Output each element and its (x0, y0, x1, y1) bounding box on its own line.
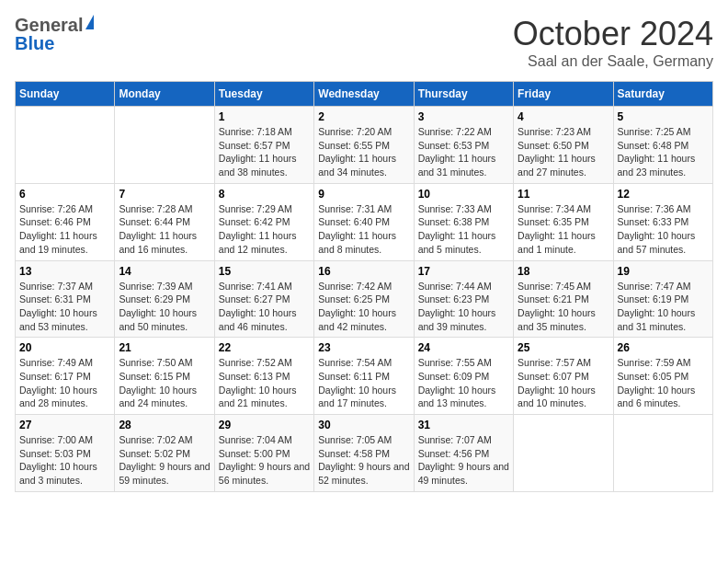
calendar-cell: 20Sunrise: 7:49 AM Sunset: 6:17 PM Dayli… (16, 338, 115, 415)
day-number: 14 (119, 265, 210, 278)
calendar-cell: 11Sunrise: 7:34 AM Sunset: 6:35 PM Dayli… (514, 183, 613, 260)
calendar-cell: 4Sunrise: 7:23 AM Sunset: 6:50 PM Daylig… (514, 107, 613, 184)
day-number: 9 (318, 188, 409, 201)
day-number: 12 (618, 188, 709, 201)
day-info: Sunrise: 7:33 AM Sunset: 6:38 PM Dayligh… (418, 202, 509, 257)
day-number: 10 (418, 188, 509, 201)
calendar-cell (16, 107, 115, 184)
calendar-cell: 13Sunrise: 7:37 AM Sunset: 6:31 PM Dayli… (16, 260, 115, 338)
day-info: Sunrise: 7:34 AM Sunset: 6:35 PM Dayligh… (518, 202, 609, 257)
calendar-week-row: 27Sunrise: 7:00 AM Sunset: 5:03 PM Dayli… (16, 415, 713, 492)
calendar-cell: 2Sunrise: 7:20 AM Sunset: 6:55 PM Daylig… (314, 107, 414, 184)
page-subtitle: Saal an der Saale, Germany (513, 53, 713, 70)
day-info: Sunrise: 7:20 AM Sunset: 6:55 PM Dayligh… (318, 125, 409, 179)
calendar-cell: 12Sunrise: 7:36 AM Sunset: 6:33 PM Dayli… (613, 183, 712, 260)
day-info: Sunrise: 7:02 AM Sunset: 5:02 PM Dayligh… (119, 433, 210, 488)
title-block: October 2024 Saal an der Saale, Germany (513, 15, 713, 70)
day-number: 6 (19, 188, 110, 201)
day-info: Sunrise: 7:05 AM Sunset: 4:58 PM Dayligh… (318, 433, 409, 488)
calendar-cell: 19Sunrise: 7:47 AM Sunset: 6:19 PM Dayli… (613, 260, 712, 338)
day-info: Sunrise: 7:36 AM Sunset: 6:33 PM Dayligh… (618, 202, 709, 257)
day-info: Sunrise: 7:07 AM Sunset: 4:56 PM Dayligh… (418, 433, 509, 488)
day-info: Sunrise: 7:57 AM Sunset: 6:07 PM Dayligh… (518, 356, 609, 410)
day-number: 4 (518, 110, 609, 123)
day-number: 15 (219, 265, 310, 278)
day-number: 21 (119, 341, 210, 354)
calendar-cell: 9Sunrise: 7:31 AM Sunset: 6:40 PM Daylig… (314, 183, 414, 260)
day-number: 11 (518, 188, 609, 201)
day-number: 23 (318, 341, 409, 354)
calendar-cell: 18Sunrise: 7:45 AM Sunset: 6:21 PM Dayli… (514, 260, 613, 338)
day-number: 22 (219, 341, 310, 354)
header-tuesday: Tuesday (214, 82, 313, 107)
calendar-cell: 8Sunrise: 7:29 AM Sunset: 6:42 PM Daylig… (214, 183, 313, 260)
calendar-cell: 23Sunrise: 7:54 AM Sunset: 6:11 PM Dayli… (314, 338, 414, 415)
day-info: Sunrise: 7:50 AM Sunset: 6:15 PM Dayligh… (119, 356, 210, 410)
day-info: Sunrise: 7:37 AM Sunset: 6:31 PM Dayligh… (19, 280, 110, 334)
day-info: Sunrise: 7:22 AM Sunset: 6:53 PM Dayligh… (418, 125, 509, 179)
day-info: Sunrise: 7:00 AM Sunset: 5:03 PM Dayligh… (19, 433, 110, 488)
day-number: 18 (518, 265, 609, 278)
day-info: Sunrise: 7:23 AM Sunset: 6:50 PM Dayligh… (518, 125, 609, 179)
day-info: Sunrise: 7:54 AM Sunset: 6:11 PM Dayligh… (318, 356, 409, 410)
calendar-header-row: SundayMondayTuesdayWednesdayThursdayFrid… (16, 82, 713, 107)
logo-general: General (15, 15, 83, 35)
calendar-cell: 10Sunrise: 7:33 AM Sunset: 6:38 PM Dayli… (414, 183, 513, 260)
day-number: 29 (219, 419, 310, 431)
day-info: Sunrise: 7:28 AM Sunset: 6:44 PM Dayligh… (119, 202, 210, 257)
header-thursday: Thursday (414, 82, 513, 107)
calendar-cell: 5Sunrise: 7:25 AM Sunset: 6:48 PM Daylig… (613, 107, 712, 184)
day-info: Sunrise: 7:45 AM Sunset: 6:21 PM Dayligh… (518, 280, 609, 334)
day-number: 8 (219, 188, 310, 201)
day-info: Sunrise: 7:47 AM Sunset: 6:19 PM Dayligh… (618, 280, 709, 334)
day-number: 16 (318, 265, 409, 278)
day-info: Sunrise: 7:31 AM Sunset: 6:40 PM Dayligh… (318, 202, 409, 257)
calendar-cell: 21Sunrise: 7:50 AM Sunset: 6:15 PM Dayli… (115, 338, 214, 415)
header-wednesday: Wednesday (314, 82, 414, 107)
day-number: 24 (418, 341, 509, 354)
calendar-week-row: 13Sunrise: 7:37 AM Sunset: 6:31 PM Dayli… (16, 260, 713, 338)
day-number: 25 (518, 341, 609, 354)
day-number: 26 (618, 341, 709, 354)
day-number: 13 (19, 265, 110, 278)
logo: General Blue (15, 15, 94, 53)
header-sunday: Sunday (16, 82, 115, 107)
calendar-cell (115, 107, 214, 184)
calendar-cell: 25Sunrise: 7:57 AM Sunset: 6:07 PM Dayli… (514, 338, 613, 415)
calendar-cell: 31Sunrise: 7:07 AM Sunset: 4:56 PM Dayli… (414, 415, 513, 492)
day-info: Sunrise: 7:04 AM Sunset: 5:00 PM Dayligh… (219, 433, 310, 488)
day-number: 19 (618, 265, 709, 278)
day-info: Sunrise: 7:25 AM Sunset: 6:48 PM Dayligh… (618, 125, 709, 179)
calendar-cell: 14Sunrise: 7:39 AM Sunset: 6:29 PM Dayli… (115, 260, 214, 338)
day-info: Sunrise: 7:44 AM Sunset: 6:23 PM Dayligh… (418, 280, 509, 334)
day-info: Sunrise: 7:52 AM Sunset: 6:13 PM Dayligh… (219, 356, 310, 410)
calendar-cell: 16Sunrise: 7:42 AM Sunset: 6:25 PM Dayli… (314, 260, 414, 338)
day-number: 30 (318, 419, 409, 431)
calendar-week-row: 1Sunrise: 7:18 AM Sunset: 6:57 PM Daylig… (16, 107, 713, 184)
calendar-cell: 15Sunrise: 7:41 AM Sunset: 6:27 PM Dayli… (214, 260, 313, 338)
calendar-cell: 29Sunrise: 7:04 AM Sunset: 5:00 PM Dayli… (214, 415, 313, 492)
calendar-cell (613, 415, 712, 492)
day-info: Sunrise: 7:39 AM Sunset: 6:29 PM Dayligh… (119, 280, 210, 334)
calendar-week-row: 20Sunrise: 7:49 AM Sunset: 6:17 PM Dayli… (16, 338, 713, 415)
header-monday: Monday (115, 82, 214, 107)
page-header: General Blue October 2024 Saal an der Sa… (15, 15, 713, 70)
day-info: Sunrise: 7:18 AM Sunset: 6:57 PM Dayligh… (219, 125, 310, 179)
day-info: Sunrise: 7:59 AM Sunset: 6:05 PM Dayligh… (618, 356, 709, 410)
page-title: October 2024 (513, 15, 713, 53)
calendar-cell (514, 415, 613, 492)
day-info: Sunrise: 7:41 AM Sunset: 6:27 PM Dayligh… (219, 280, 310, 334)
day-info: Sunrise: 7:55 AM Sunset: 6:09 PM Dayligh… (418, 356, 509, 410)
day-info: Sunrise: 7:29 AM Sunset: 6:42 PM Dayligh… (219, 202, 310, 257)
calendar-cell: 28Sunrise: 7:02 AM Sunset: 5:02 PM Dayli… (115, 415, 214, 492)
day-number: 5 (618, 110, 709, 123)
day-number: 1 (219, 110, 310, 123)
day-number: 7 (119, 188, 210, 201)
day-number: 28 (119, 419, 210, 431)
day-info: Sunrise: 7:49 AM Sunset: 6:17 PM Dayligh… (19, 356, 110, 410)
day-info: Sunrise: 7:42 AM Sunset: 6:25 PM Dayligh… (318, 280, 409, 334)
calendar-cell: 22Sunrise: 7:52 AM Sunset: 6:13 PM Dayli… (214, 338, 313, 415)
calendar-cell: 27Sunrise: 7:00 AM Sunset: 5:03 PM Dayli… (16, 415, 115, 492)
calendar-cell: 6Sunrise: 7:26 AM Sunset: 6:46 PM Daylig… (16, 183, 115, 260)
header-friday: Friday (514, 82, 613, 107)
